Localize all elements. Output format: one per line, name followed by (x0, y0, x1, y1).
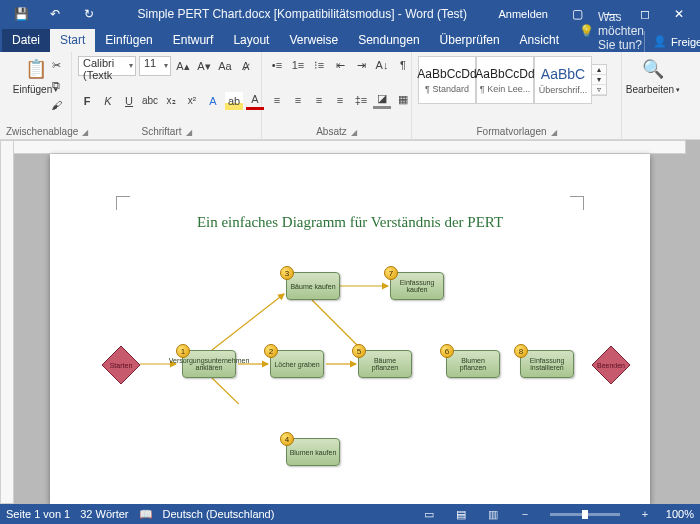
node-task-3: Bäume kaufen (286, 272, 340, 300)
bullets-icon[interactable]: •≡ (268, 56, 286, 74)
tab-entwurf[interactable]: Entwurf (163, 29, 224, 52)
align-center-icon[interactable]: ≡ (289, 91, 307, 109)
undo-icon[interactable]: ↶ (38, 0, 72, 28)
shrink-font-icon[interactable]: A▾ (195, 57, 213, 75)
status-words[interactable]: 32 Wörter (80, 508, 128, 520)
italic-button[interactable]: K (99, 92, 117, 110)
underline-button[interactable]: U (120, 92, 138, 110)
highlight-icon[interactable]: ab (225, 92, 243, 110)
line-spacing-icon[interactable]: ‡≡ (352, 91, 370, 109)
style-standard[interactable]: AaBbCcDd¶ Standard (418, 56, 476, 104)
node-task-2: Löcher graben (270, 350, 324, 378)
node-num-1: 1 (176, 344, 190, 358)
paste-icon: 📋 (22, 56, 50, 82)
spellcheck-icon[interactable]: 📖 (139, 508, 153, 521)
zoom-slider[interactable] (550, 513, 620, 516)
strike-button[interactable]: abc (141, 92, 159, 110)
superscript-button[interactable]: x² (183, 92, 201, 110)
node-num-7: 7 (384, 266, 398, 280)
tell-me-search[interactable]: 💡 Was möchten Sie tun? (569, 10, 644, 52)
bold-button[interactable]: F (78, 92, 96, 110)
status-page[interactable]: Seite 1 von 1 (6, 508, 70, 520)
justify-icon[interactable]: ≡ (331, 91, 349, 109)
tab-einfuegen[interactable]: Einfügen (95, 29, 162, 52)
tab-ueberpruefen[interactable]: Überprüfen (430, 29, 510, 52)
close-icon[interactable]: ✕ (662, 0, 696, 28)
cut-icon[interactable]: ✂ (47, 56, 65, 74)
group-clipboard: 📋 Einfügen▾ ✂ ⧉ 🖌 Zwischenablage◢ (0, 52, 72, 139)
node-task-7: Einfassung kaufen (390, 272, 444, 300)
dialog-launcher-icon[interactable]: ◢ (351, 128, 357, 137)
horizontal-ruler[interactable] (0, 140, 686, 154)
save-icon[interactable]: 💾 (4, 0, 38, 28)
dialog-launcher-icon[interactable]: ◢ (186, 128, 192, 137)
indent-dec-icon[interactable]: ⇤ (331, 56, 349, 74)
svg-line-4 (212, 378, 284, 404)
margin-mark-icon (570, 196, 584, 210)
style-no-spacing[interactable]: AaBbCcDd¶ Kein Lee... (476, 56, 534, 104)
node-num-4: 4 (280, 432, 294, 446)
status-bar: Seite 1 von 1 32 Wörter 📖 Deutsch (Deuts… (0, 504, 700, 524)
tab-sendungen[interactable]: Sendungen (348, 29, 429, 52)
multilevel-icon[interactable]: ⁝≡ (310, 56, 328, 74)
signin-link[interactable]: Anmelden (498, 8, 548, 20)
tab-ansicht[interactable]: Ansicht (510, 29, 569, 52)
subscript-button[interactable]: x₂ (162, 92, 180, 110)
sort-icon[interactable]: A↓ (373, 56, 391, 74)
format-painter-icon[interactable]: 🖌 (47, 96, 65, 114)
node-num-2: 2 (264, 344, 278, 358)
window-title: Simple PERT Chart.docx [Kompatibilitätsm… (138, 7, 467, 21)
pert-diagram: Starten Beenden Versorgungsunternehmen a… (90, 254, 610, 484)
node-num-5: 5 (352, 344, 366, 358)
clear-format-icon[interactable]: A̷ (237, 57, 255, 75)
indent-inc-icon[interactable]: ⇥ (352, 56, 370, 74)
print-layout-icon[interactable]: ▤ (450, 506, 472, 522)
font-name-select[interactable]: Calibri (Textk▾ (78, 56, 136, 76)
borders-icon[interactable]: ▦ (394, 91, 412, 109)
node-task-4: Blumen kaufen (286, 438, 340, 466)
group-styles: AaBbCcDd¶ Standard AaBbCcDd¶ Kein Lee...… (412, 52, 622, 139)
margin-mark-icon (116, 196, 130, 210)
status-language[interactable]: Deutsch (Deutschland) (163, 508, 275, 520)
redo-icon[interactable]: ↻ (72, 0, 106, 28)
dialog-launcher-icon[interactable]: ◢ (551, 128, 557, 137)
shading-icon[interactable]: ◪ (373, 91, 391, 109)
node-num-8: 8 (514, 344, 528, 358)
font-size-select[interactable]: 11▾ (139, 56, 171, 76)
styles-scroll[interactable]: ▴▾▿ (592, 64, 607, 96)
share-button[interactable]: 👤 Freigeben (644, 31, 700, 52)
node-end: Beenden (590, 344, 632, 386)
zoom-level[interactable]: 100% (666, 508, 694, 520)
tab-datei[interactable]: Datei (2, 29, 50, 52)
edit-button[interactable]: 🔍 Bearbeiten▾ (628, 56, 678, 95)
tab-start[interactable]: Start (50, 29, 95, 52)
change-case-icon[interactable]: Aa (216, 57, 234, 75)
align-right-icon[interactable]: ≡ (310, 91, 328, 109)
tab-verweise[interactable]: Verweise (279, 29, 348, 52)
document-title: Ein einfaches Diagramm für Verständnis d… (50, 214, 650, 231)
align-left-icon[interactable]: ≡ (268, 91, 286, 109)
text-effects-icon[interactable]: A (204, 92, 222, 110)
copy-icon[interactable]: ⧉ (47, 76, 65, 94)
numbering-icon[interactable]: 1≡ (289, 56, 307, 74)
show-marks-icon[interactable]: ¶ (394, 56, 412, 74)
page[interactable]: Ein einfaches Diagramm für Verständnis d… (50, 154, 650, 504)
group-editing: 🔍 Bearbeiten▾ (622, 52, 684, 139)
ribbon-tabs: Datei Start Einfügen Entwurf Layout Verw… (0, 28, 700, 52)
svg-line-9 (314, 378, 390, 404)
read-mode-icon[interactable]: ▭ (418, 506, 440, 522)
grow-font-icon[interactable]: A▴ (174, 57, 192, 75)
vertical-ruler[interactable] (0, 140, 14, 504)
group-paragraph: •≡ 1≡ ⁝≡ ⇤ ⇥ A↓ ¶ ≡ ≡ ≡ ≡ ‡≡ ◪ ▦ Absatz◢ (262, 52, 412, 139)
tab-layout[interactable]: Layout (223, 29, 279, 52)
zoom-out-icon[interactable]: − (514, 506, 536, 522)
ribbon: 📋 Einfügen▾ ✂ ⧉ 🖌 Zwischenablage◢ Calibr… (0, 52, 700, 140)
svg-line-3 (212, 294, 284, 350)
node-start: Starten (100, 344, 142, 386)
node-task-5: Bäume pflanzen (358, 350, 412, 378)
node-task-1: Versorgungsunternehmen anklären (182, 350, 236, 378)
web-layout-icon[interactable]: ▥ (482, 506, 504, 522)
zoom-in-icon[interactable]: + (634, 506, 656, 522)
lightbulb-icon: 💡 (579, 24, 594, 38)
style-heading1[interactable]: AaBbCÜberschrif... (534, 56, 592, 104)
